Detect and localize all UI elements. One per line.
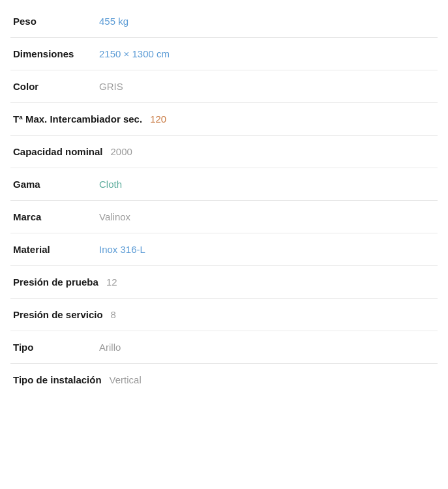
spec-value: Cloth — [99, 179, 122, 190]
table-row: MarcaValinox — [10, 201, 438, 233]
spec-label: Marca — [13, 211, 91, 222]
spec-label: Presión de prueba — [13, 276, 98, 288]
spec-label: Tª Max. Intercambiador sec. — [13, 113, 142, 125]
spec-value: 2150 × 1300 cm — [99, 48, 170, 59]
spec-value: 120 — [150, 113, 166, 125]
table-row: MaterialInox 316-L — [10, 233, 438, 266]
spec-value: Valinox — [99, 211, 130, 222]
spec-label: Capacidad nominal — [13, 146, 103, 157]
spec-value: 12 — [106, 276, 117, 288]
spec-label: Gama — [13, 179, 91, 190]
table-row: Tipo de instalaciónVertical — [10, 364, 438, 396]
table-row: ColorGRIS — [10, 70, 438, 103]
spec-label: Material — [13, 244, 91, 255]
table-row: Presión de prueba12 — [10, 266, 438, 299]
spec-value: Vertical — [110, 374, 142, 385]
table-row: GamaCloth — [10, 168, 438, 201]
table-row: Capacidad nominal2000 — [10, 136, 438, 168]
table-row: Tª Max. Intercambiador sec.120 — [10, 103, 438, 136]
spec-value: GRIS — [99, 81, 123, 92]
spec-label: Presión de servicio — [13, 309, 103, 320]
spec-value: 2000 — [111, 146, 132, 157]
table-row: Dimensiones2150 × 1300 cm — [10, 38, 438, 70]
spec-list: Peso455 kgDimensiones2150 × 1300 cmColor… — [0, 0, 448, 401]
spec-label: Tipo de instalación — [13, 374, 102, 385]
spec-value: 8 — [111, 309, 116, 320]
table-row: Presión de servicio8 — [10, 299, 438, 331]
table-row: Peso455 kg — [10, 5, 438, 38]
spec-label: Tipo — [13, 342, 91, 353]
spec-label: Dimensiones — [13, 48, 91, 59]
spec-label: Peso — [13, 16, 91, 27]
spec-value: 455 kg — [99, 16, 128, 27]
spec-value: Arillo — [99, 342, 121, 353]
table-row: TipoArillo — [10, 331, 438, 364]
spec-label: Color — [13, 81, 91, 92]
spec-value: Inox 316-L — [99, 244, 145, 255]
